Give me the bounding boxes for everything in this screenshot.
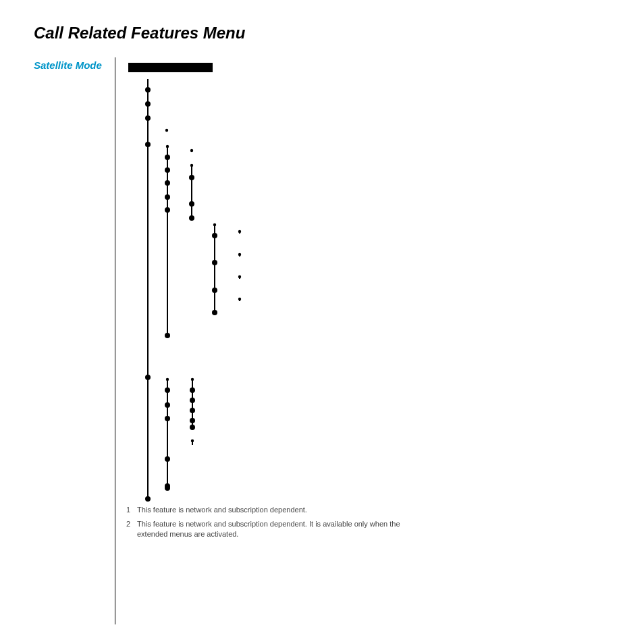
svg-point-33 bbox=[238, 253, 241, 256]
svg-point-44 bbox=[165, 416, 170, 421]
svg-point-45 bbox=[165, 456, 170, 462]
svg-point-29 bbox=[212, 310, 217, 315]
svg-point-12 bbox=[165, 167, 170, 173]
svg-point-27 bbox=[212, 260, 217, 265]
svg-point-21 bbox=[189, 175, 194, 180]
footnote-row: 2 This feature is network and subscripti… bbox=[126, 519, 417, 539]
svg-point-3 bbox=[145, 101, 151, 107]
footnote-text: This feature is network and subscription… bbox=[137, 505, 417, 515]
svg-point-50 bbox=[190, 387, 195, 393]
svg-point-16 bbox=[165, 333, 170, 338]
svg-point-4 bbox=[145, 115, 151, 121]
section-divider bbox=[115, 57, 115, 624]
svg-point-28 bbox=[212, 288, 217, 293]
svg-point-13 bbox=[165, 180, 170, 186]
svg-point-49 bbox=[191, 378, 194, 381]
svg-point-22 bbox=[189, 201, 194, 207]
svg-point-37 bbox=[238, 298, 241, 300]
svg-point-2 bbox=[145, 87, 151, 92]
svg-point-26 bbox=[212, 233, 217, 238]
svg-point-43 bbox=[165, 402, 170, 408]
svg-point-51 bbox=[190, 398, 195, 403]
footnotes: 1 This feature is network and subscripti… bbox=[126, 505, 417, 543]
svg-point-8 bbox=[165, 129, 168, 132]
svg-rect-0 bbox=[128, 63, 213, 72]
svg-point-42 bbox=[165, 387, 170, 393]
svg-point-41 bbox=[166, 378, 169, 381]
svg-point-15 bbox=[165, 207, 170, 213]
svg-point-18 bbox=[190, 149, 193, 152]
svg-point-10 bbox=[166, 145, 169, 148]
svg-point-52 bbox=[190, 408, 195, 413]
svg-point-56 bbox=[191, 439, 194, 442]
svg-point-53 bbox=[190, 418, 195, 423]
svg-point-31 bbox=[238, 230, 241, 233]
svg-point-14 bbox=[165, 194, 170, 200]
footnote-row: 1 This feature is network and subscripti… bbox=[126, 505, 417, 515]
footnote-number: 1 bbox=[126, 505, 137, 515]
svg-point-54 bbox=[190, 425, 195, 430]
svg-point-5 bbox=[145, 142, 151, 147]
footnote-number: 2 bbox=[126, 519, 137, 539]
svg-point-23 bbox=[189, 215, 194, 221]
svg-point-39 bbox=[145, 496, 151, 502]
svg-point-25 bbox=[213, 223, 216, 226]
footnote-text: This feature is network and subscription… bbox=[137, 519, 417, 539]
svg-point-20 bbox=[190, 164, 193, 167]
mode-label: Satellite Mode bbox=[34, 59, 102, 71]
svg-point-35 bbox=[238, 275, 241, 278]
svg-point-47 bbox=[165, 485, 170, 491]
page-title: Call Related Features Menu bbox=[34, 24, 245, 43]
svg-point-11 bbox=[165, 155, 170, 160]
